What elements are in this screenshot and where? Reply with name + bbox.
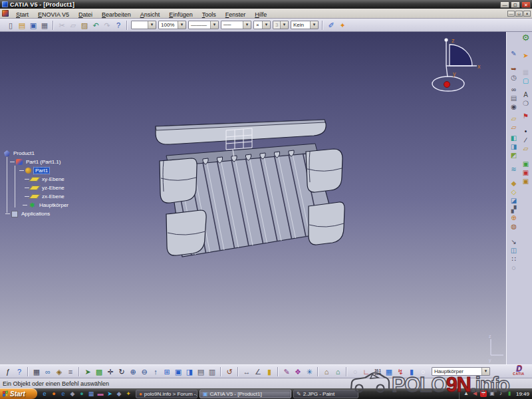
plug-icon[interactable]: ↯ [395,366,406,377]
scaling-icon[interactable]: ◌ [509,263,519,272]
task-catia[interactable]: ▣CATIA V5 - [Product1] [200,390,291,398]
menu-item-datei[interactable]: Datei [74,11,97,19]
close-button[interactable]: ✕ [521,1,531,8]
tree-node-applications[interactable]: Applications [4,209,104,218]
measure-inertia-icon[interactable]: ▮ [264,366,275,377]
minimize-button[interactable]: — [507,11,515,17]
boolean-icon[interactable]: ◍ [509,222,519,231]
tree-node-yz-plane[interactable]: yz-Ebene [4,184,104,192]
task-paint[interactable]: ✎2.JPG - Paint [293,390,358,398]
tree-node-part1[interactable]: Part1 [4,166,104,175]
puzzle-icon[interactable]: ✦ [124,390,132,398]
menu-item-fenster[interactable]: Fenster [221,11,251,19]
messenger-icon[interactable]: ● [78,390,86,398]
view-mode2-icon[interactable]: ▥ [207,366,217,377]
pattern-icon[interactable]: ∷ [509,255,519,263]
catalog-box-icon[interactable]: ▤ [509,94,519,102]
grid-icon[interactable]: ▦ [521,68,531,76]
swoosh-icon[interactable]: ➤ [106,390,114,398]
camera-icon[interactable]: ◉ [509,102,519,111]
zoom-out-icon[interactable]: ⊖ [139,366,150,377]
exit-workbench-icon[interactable]: ➥ [509,65,519,73]
3d-model[interactable] [148,114,347,264]
mirror-icon[interactable]: ▞ [509,205,519,213]
save-icon[interactable]: ▣ [28,20,39,31]
measure-between-icon[interactable]: ↔ [241,366,252,377]
tray-volume-icon[interactable]: ♪ [497,390,504,397]
turntable-icon[interactable]: ↺ [224,366,235,377]
pocket-icon[interactable]: ◨ [509,142,519,151]
sketch-icon[interactable]: ▢ [521,76,531,85]
units-icon[interactable]: 10.1 10.0 [372,367,383,376]
tree-node-part1-instance-label[interactable]: Part1 (Part1.1) [25,159,62,165]
chevron-down-icon[interactable]: ▼ [148,21,156,29]
groove-icon[interactable]: ◇ [509,188,519,196]
task-browser[interactable]: ●polo9N.info > Forum -... [136,390,198,398]
chevron-down-icon[interactable]: ▼ [481,368,489,375]
tree-node-xy-plane[interactable]: xy-Ebene [4,175,104,184]
video-icon[interactable]: ▬ [96,390,104,398]
iso-view-icon[interactable]: ▣ [173,366,184,377]
whats-this-icon[interactable]: ? [14,366,25,377]
pan-icon[interactable]: ✛ [105,366,116,377]
plane-yellow-icon[interactable]: ▱ [509,114,519,123]
compass[interactable]: z x y [428,33,484,100]
quad-view-icon[interactable]: ⊞ [162,366,172,377]
normal-view-icon[interactable]: ↑ [150,366,161,377]
tree-node-part1-instance[interactable]: Part1 (Part1.1) [4,158,104,166]
surface-icon[interactable]: ▱ [509,123,519,132]
tray-display-icon[interactable]: ▣ [489,390,495,397]
view-mode-icon[interactable]: ▤ [196,366,206,377]
firefox-icon[interactable]: ● [50,390,58,398]
menu-item-ansicht[interactable]: Ansicht [136,11,165,19]
render-icon[interactable]: ❖ [293,366,303,377]
weight-combo[interactable]: 3▼ [273,21,289,29]
part-body-green-icon[interactable]: ▣ [521,160,531,168]
chevron-down-icon[interactable]: ▼ [210,21,218,29]
linetype-combo[interactable]: ———▼ [188,21,219,29]
catalog-browser2-icon[interactable]: ⌂ [332,366,343,377]
menu-item-tools[interactable]: Tools [198,11,221,19]
point-icon[interactable]: • [521,127,531,136]
environment-icon[interactable]: ✳ [304,366,315,377]
tree-node-hauptkoerper[interactable]: ✱Hauptkörper [4,201,104,209]
wizard-icon[interactable]: ✦ [337,20,348,31]
tray-avira-icon[interactable]: ☂ [480,390,487,397]
lock-icon[interactable]: ◈ [54,366,65,377]
shading-icon[interactable]: ◨ [184,366,195,377]
new-file-icon[interactable]: ▯ [5,20,16,31]
tree-node-xy-plane-label[interactable]: xy-Ebene [41,176,66,182]
stiffener-icon[interactable]: ◆ [509,179,519,188]
start-button[interactable]: Start [0,388,37,399]
part-body-red-icon[interactable]: ▣ [521,168,531,177]
apply-material-icon[interactable]: ✎ [281,366,292,377]
catalog-browser-icon[interactable]: ⌂ [321,366,332,377]
open-folder-icon[interactable]: ▤ [17,20,27,31]
help-whats-this-icon[interactable]: ? [113,20,124,31]
line-icon[interactable]: ∕ [521,136,531,144]
rules-icon[interactable]: ≡ [65,366,76,377]
paste-icon[interactable]: ▨ [79,20,90,31]
chevron-down-icon[interactable]: ▼ [262,21,270,29]
ie2-icon[interactable]: e [59,390,67,398]
ellipse-icon[interactable]: ○ [418,366,428,377]
axis-system-icon[interactable]: ∟ [361,366,372,377]
3d-viewport[interactable]: Product1Part1 (Part1.1)Part1xy-Ebeneyz-E… [0,32,506,364]
select-arrow-icon[interactable]: ➤ [521,51,531,60]
tree-node-zx-plane-label[interactable]: zx-Ebene [41,194,66,200]
layer-combo[interactable]: Kein▼ [291,21,319,29]
shaft-icon[interactable]: ◩ [509,151,519,160]
ie-icon[interactable]: e [41,390,49,398]
monitor-icon[interactable]: ▦ [384,366,394,377]
flyout-note-icon[interactable]: ❍ [521,99,531,108]
assemble-icon[interactable]: ◫ [509,246,519,255]
slice-icon[interactable]: ◪ [509,196,519,205]
color-combo[interactable]: ▼ [131,21,156,29]
text-annotation-icon[interactable]: A [521,90,531,99]
rib-icon[interactable]: ≋ [509,165,519,174]
undo-icon[interactable]: ↶ [90,20,101,31]
tree-node-part1-label[interactable]: Part1 [33,167,50,174]
tree-node-yz-plane-label[interactable]: yz-Ebene [41,185,66,191]
sketcher-pencil-icon[interactable]: ✎ [509,49,519,58]
flag-note-icon[interactable]: ⚑ [521,112,531,120]
